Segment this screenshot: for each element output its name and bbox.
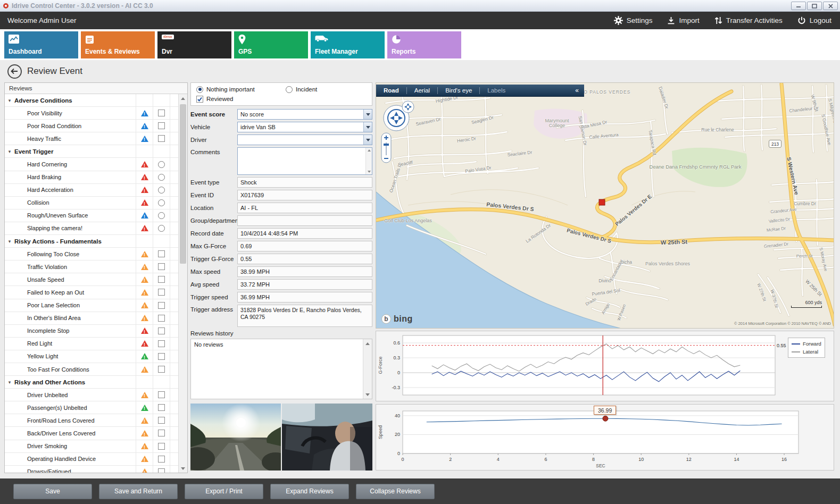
checkbox[interactable] [158, 110, 165, 116]
back-button[interactable] [7, 64, 22, 79]
radio-button[interactable] [158, 161, 165, 168]
checkbox[interactable] [158, 404, 165, 411]
review-item-unsafe-speed[interactable]: Unsafe Speed! [5, 273, 178, 286]
map-view-aerial-button[interactable]: Aerial [407, 87, 437, 94]
checkbox[interactable] [158, 340, 165, 347]
chevron-down-icon[interactable] [363, 122, 372, 132]
review-item-in-other-s-blind-area[interactable]: In Other's Blind Area! [5, 312, 178, 325]
checkbox[interactable] [158, 366, 165, 373]
tab-reports[interactable]: Reports [387, 31, 461, 58]
driver-select[interactable] [237, 135, 372, 145]
review-item-front-road-lens-covered[interactable]: Front/Road Lens Covered! [5, 414, 178, 427]
review-item-collision[interactable]: Collision! [5, 197, 178, 209]
close-button[interactable] [823, 2, 838, 10]
map-marker[interactable] [599, 199, 605, 205]
review-item-hard-acceleration[interactable]: Hard Acceleration! [5, 184, 178, 197]
map-canvas[interactable] [376, 83, 834, 329]
review-item-driver-smoking[interactable]: Driver Smoking! [5, 440, 178, 453]
scroll-down-arrow[interactable] [363, 390, 372, 399]
review-item-red-light[interactable]: Red Light! [5, 338, 178, 350]
scroll-up-arrow[interactable] [363, 339, 372, 348]
video-thumbnail-road[interactable] [190, 404, 281, 471]
window-titlebar[interactable]: Idrive Control Center - 3.0.2 version - … [0, 0, 840, 12]
review-group-risky-actions-fundamentals[interactable]: ▾Risky Actions - Fundamentals [5, 235, 178, 248]
tab-dashboard[interactable]: Dashboard [4, 31, 78, 58]
collapse-arrow-icon[interactable]: ▾ [5, 145, 14, 157]
maximize-button[interactable] [807, 2, 822, 10]
checkbox[interactable] [158, 468, 165, 473]
map-navbar-collapse-button[interactable]: « [570, 87, 584, 94]
tab-fleet-manager[interactable]: Fleet Manager [311, 31, 385, 58]
map-view-road-button[interactable]: Road [376, 87, 406, 94]
checkbox[interactable] [158, 327, 165, 334]
checkbox[interactable] [158, 417, 165, 424]
radio-checked[interactable] [196, 86, 203, 93]
review-item-operating-handled-device[interactable]: Operating Handled Device! [5, 453, 178, 466]
footer-expand-reviews-button[interactable]: Expand Reviews [270, 484, 349, 499]
review-item-yellow-light[interactable]: Yellow Light! [5, 350, 178, 363]
checkbox[interactable] [158, 122, 165, 129]
tab-gps[interactable]: GPS [234, 31, 308, 58]
vehicle-select[interactable]: idrive Van SB [237, 122, 372, 132]
checkbox[interactable] [158, 289, 165, 296]
footer-save-button[interactable]: Save [13, 484, 92, 499]
review-item-heavy-traffic[interactable]: Heavy Traffic! [5, 132, 178, 145]
checkbox[interactable] [158, 135, 165, 142]
checkbox[interactable] [158, 391, 165, 398]
radio-button[interactable] [158, 187, 165, 194]
video-thumbnail-cabin[interactable] [282, 404, 372, 471]
footer-save-and-return-button[interactable]: Save and Return [99, 484, 178, 499]
review-item-poor-visibility[interactable]: Poor Visibility! [5, 107, 178, 120]
radio-button[interactable] [158, 174, 165, 181]
radio-button[interactable] [158, 199, 165, 206]
checkbox[interactable] [158, 430, 165, 436]
review-item-following-too-close[interactable]: Following Too Close! [5, 248, 178, 261]
review-item-hard-braking[interactable]: Hard Braking! [5, 171, 178, 184]
topbar-import-button[interactable]: Import [667, 16, 699, 24]
radio[interactable] [286, 86, 293, 93]
comments-scrollbar[interactable] [365, 148, 372, 174]
checkbox-checked[interactable] [196, 96, 203, 103]
collapse-arrow-icon[interactable]: ▾ [5, 376, 14, 388]
review-item-slapping-the-camera[interactable]: Slapping the camera!! [5, 222, 178, 235]
review-item-rough-uneven-surface[interactable]: Rough/Uneven Surface! [5, 209, 178, 222]
footer-export-print-button[interactable]: Export / Print [185, 484, 263, 499]
reviews-history-list[interactable]: No reviews [190, 339, 372, 399]
review-item-failed-to-keep-an-out[interactable]: Failed to Keep an Out! [5, 286, 178, 299]
footer-collapse-reviews-button[interactable]: Collapse Reviews [356, 484, 435, 499]
review-item-driver-unbelted[interactable]: Driver Unbelted! [5, 389, 178, 401]
topbar-settings-button[interactable]: Settings [614, 16, 653, 25]
review-item-passenger-s-unbelted[interactable]: Passenger(s) Unbelted! [5, 401, 178, 414]
radio-button[interactable] [158, 225, 165, 232]
chevron-down-icon[interactable] [363, 110, 372, 119]
review-item-back-driver-lens-covered[interactable]: Back/Driver Lens Covered! [5, 427, 178, 440]
reviews-history-scrollbar[interactable] [363, 339, 372, 399]
reviews-scrollbar[interactable] [178, 94, 187, 473]
comments-textarea[interactable] [237, 147, 372, 175]
review-item-too-fast-for-conditions[interactable]: Too Fast For Conditions! [5, 363, 178, 376]
collapse-arrow-icon[interactable]: ▾ [5, 94, 14, 106]
checkbox[interactable] [158, 302, 165, 309]
review-item-drowsy-fatigued[interactable]: Drowsy/Fatigued! [5, 466, 178, 473]
review-item-traffic-violation[interactable]: Traffic Violation! [5, 261, 178, 273]
review-item-hard-cornering[interactable]: Hard Cornering! [5, 158, 178, 171]
radio-option-nothing-important[interactable]: Nothing important [196, 86, 286, 93]
checkbox[interactable] [158, 263, 165, 270]
review-group-risky-and-other-actions[interactable]: ▾Risky and Other Actions [5, 376, 178, 389]
tab-events-reviews[interactable]: Events & Reviews [81, 31, 155, 58]
checkbox[interactable] [158, 250, 165, 257]
collapse-arrow-icon[interactable]: ▾ [5, 235, 14, 247]
review-group-adverse-conditions[interactable]: ▾Adverse Conditions [5, 94, 178, 107]
checkbox-option-reviewed[interactable]: Reviewed [196, 96, 367, 103]
map-view-birdseye-button[interactable]: Bird's eye [438, 87, 479, 94]
topbar-transfer-activities-button[interactable]: Transfer Activities [714, 16, 783, 24]
chevron-down-icon[interactable] [363, 135, 372, 145]
scroll-thumb[interactable] [180, 104, 186, 264]
radio-button[interactable] [158, 212, 165, 219]
tab-dvr[interactable]: iDriveDvr [157, 31, 231, 58]
checkbox[interactable] [158, 456, 165, 463]
map-view-labels-button[interactable]: Labels [480, 87, 513, 94]
checkbox[interactable] [158, 315, 165, 322]
map-compass-control[interactable] [377, 99, 415, 171]
minimize-button[interactable] [791, 2, 806, 10]
